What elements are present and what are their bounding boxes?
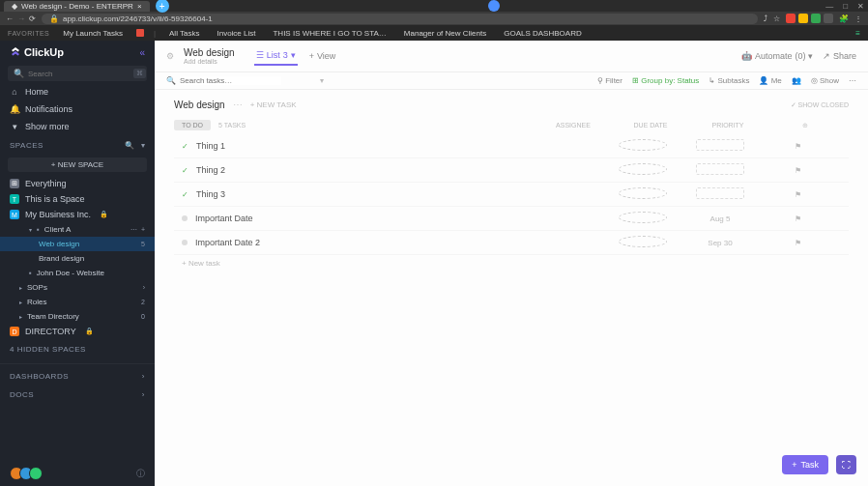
profile-indicator[interactable] xyxy=(488,0,500,12)
duedate-cell[interactable]: Aug 5 xyxy=(696,214,744,223)
search-spaces-icon[interactable]: 🔍 xyxy=(125,141,135,150)
list-item[interactable]: ▸ Roles 2 xyxy=(0,295,155,309)
more-icon[interactable]: ⋯ xyxy=(849,76,856,85)
browser-tab[interactable]: ◆ Web design - Demo - ENTERPR × xyxy=(4,1,150,12)
reload-icon[interactable]: ⟳ xyxy=(29,14,36,23)
new-space-button[interactable]: + NEW SPACE xyxy=(8,157,147,172)
duedate-cell[interactable] xyxy=(696,139,744,153)
filter-button[interactable]: ⚲ Filter xyxy=(597,76,622,85)
show-button[interactable]: ◎ Show xyxy=(811,76,839,85)
chevron-down-icon[interactable]: ▾ xyxy=(320,76,324,85)
help-icon[interactable]: ⓘ xyxy=(136,468,145,480)
assignee-filter-icon[interactable]: 👥 xyxy=(792,76,801,85)
forward-icon[interactable]: → xyxy=(17,14,25,23)
new-task-button[interactable]: + New task xyxy=(174,255,849,272)
list-item[interactable]: ▸ Team Directory 0 xyxy=(0,309,155,324)
tab-add-view[interactable]: + View xyxy=(307,46,338,66)
space-directory[interactable]: D DIRECTORY 🔒 xyxy=(0,324,155,339)
share-button[interactable]: ↗ Share xyxy=(823,51,856,61)
menu-icon[interactable]: ⋮ xyxy=(854,14,862,23)
list-item-active[interactable]: Web design 5 xyxy=(0,237,155,251)
tab-list[interactable]: ☰ List 3 ▾ xyxy=(254,46,298,66)
task-search[interactable]: 🔍 xyxy=(166,76,281,85)
collapse-sidebar-icon[interactable]: « xyxy=(139,47,145,58)
list-item[interactable]: ▸ SOPs › xyxy=(0,280,155,295)
fav-link[interactable]: Manager of New Clients xyxy=(400,27,490,40)
page-subtitle[interactable]: Add details xyxy=(184,58,235,65)
hidden-spaces[interactable]: 4 HIDDEN SPACES xyxy=(0,339,155,357)
assignee-cell[interactable] xyxy=(619,236,667,249)
assignee-cell[interactable] xyxy=(619,187,667,201)
assignee-cell[interactable] xyxy=(619,212,667,225)
assignee-cell[interactable] xyxy=(619,163,667,177)
task-row[interactable]: ✓Thing 3⚑ xyxy=(174,183,849,207)
priority-flag-icon[interactable]: ⚑ xyxy=(773,190,822,199)
sidebar-item-showmore[interactable]: ▾ Show more xyxy=(0,118,155,135)
dashboards-section[interactable]: DASHBOARDS › xyxy=(0,363,155,385)
close-window-icon[interactable]: ✕ xyxy=(857,2,864,11)
duedate-cell[interactable] xyxy=(696,187,744,201)
task-row[interactable]: Important Date 2Sep 30⚑ xyxy=(174,231,849,255)
task-row[interactable]: ✓Thing 1⚑ xyxy=(174,134,849,158)
list-settings-icon[interactable]: ⚙ xyxy=(166,51,174,61)
new-tab-button[interactable]: + xyxy=(156,0,169,13)
space-item[interactable]: M My Business Inc. 🔒 xyxy=(0,207,155,222)
url-field[interactable]: 🔒 app.clickup.com/2246733/v/li/6-5932660… xyxy=(42,14,758,24)
task-row[interactable]: ✓Thing 2⚑ xyxy=(174,158,849,183)
automate-button[interactable]: 🤖 Automate (0) ▾ xyxy=(741,51,814,61)
fav-menu-icon[interactable]: ≡ xyxy=(855,29,860,38)
maximize-icon[interactable]: □ xyxy=(843,2,848,11)
back-icon[interactable]: ← xyxy=(6,14,14,23)
avatar-group[interactable] xyxy=(10,467,43,480)
show-closed-toggle[interactable]: ✓ SHOW CLOSED xyxy=(791,101,849,109)
me-button[interactable]: 👤 Me xyxy=(759,76,781,85)
priority-flag-icon[interactable]: ⚑ xyxy=(773,239,822,247)
close-icon[interactable]: × xyxy=(137,2,142,11)
subtasks-button[interactable]: ↳ Subtasks xyxy=(709,76,749,85)
folder-item[interactable]: ▪ John Doe - Website xyxy=(0,266,155,280)
list-menu-icon[interactable]: ⋯ xyxy=(233,100,243,110)
chevron-down-icon[interactable]: ▾ xyxy=(141,141,146,150)
fav-link[interactable]: All Tasks xyxy=(165,27,203,40)
list-item[interactable]: Brand design xyxy=(0,251,155,266)
sidebar-item-notifications[interactable]: 🔔 Notifications xyxy=(0,100,155,118)
duedate-cell[interactable] xyxy=(696,163,744,177)
fav-link[interactable]: Invoice List xyxy=(213,27,259,40)
fav-link[interactable]: GOALS DASHBOARD xyxy=(500,27,585,40)
priority-flag-icon[interactable]: ⚑ xyxy=(773,166,822,175)
priority-flag-icon[interactable]: ⚑ xyxy=(773,142,822,151)
new-task-hint[interactable]: + NEW TASK xyxy=(250,100,297,109)
space-item[interactable]: T This is a Space xyxy=(0,191,155,207)
share-icon[interactable]: ⤴ xyxy=(764,14,767,23)
expand-task-button[interactable]: ⛶ xyxy=(836,455,856,474)
extensions-icon[interactable]: 🧩 xyxy=(839,14,849,23)
folder-item[interactable]: ▾ ▪ Client A ⋯ + xyxy=(0,222,155,237)
minimize-icon[interactable]: — xyxy=(825,2,833,11)
sidebar-search[interactable]: 🔍 ⌘ xyxy=(8,66,147,81)
groupby-button[interactable]: ⊞ Group by: Status xyxy=(632,76,699,85)
priority-flag-icon[interactable]: ⚑ xyxy=(773,214,822,223)
task-search-input[interactable] xyxy=(180,76,281,85)
folder-label: John Doe - Website xyxy=(37,269,104,277)
ext-icon[interactable] xyxy=(824,14,833,23)
status-pill[interactable]: TO DO xyxy=(174,120,211,130)
ext-icon[interactable] xyxy=(798,14,808,23)
space-everything[interactable]: ⊞ Everything xyxy=(0,176,155,191)
fav-color-icon[interactable] xyxy=(136,29,144,37)
folder-actions[interactable]: ⋯ + xyxy=(130,226,145,234)
brand-logo[interactable]: ClickUp xyxy=(10,46,64,58)
create-task-button[interactable]: + Task xyxy=(782,455,828,474)
task-count: 5 TASKS xyxy=(218,122,246,129)
fav-link[interactable]: THIS IS WHERE I GO TO STA… xyxy=(269,27,390,40)
assignee-cell[interactable] xyxy=(619,139,667,153)
star-icon[interactable]: ☆ xyxy=(773,14,780,23)
docs-section[interactable]: DOCS › xyxy=(0,385,155,403)
add-column-icon[interactable]: ⊕ xyxy=(781,122,829,129)
search-input[interactable] xyxy=(28,70,130,78)
task-row[interactable]: Important DateAug 5⚑ xyxy=(174,207,849,231)
ext-icon[interactable] xyxy=(786,14,796,23)
ext-icon[interactable] xyxy=(811,14,821,23)
fav-item[interactable]: My Launch Tasks xyxy=(59,27,127,40)
duedate-cell[interactable]: Sep 30 xyxy=(696,239,744,247)
sidebar-item-home[interactable]: ⌂ Home xyxy=(0,83,155,100)
